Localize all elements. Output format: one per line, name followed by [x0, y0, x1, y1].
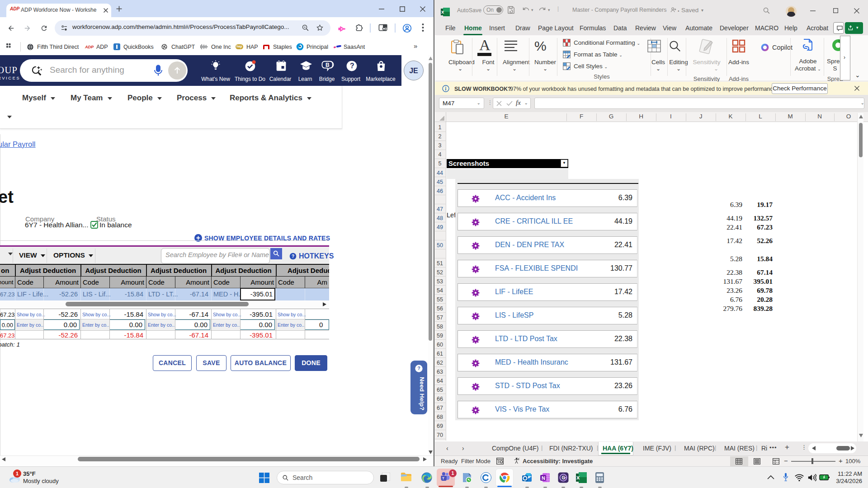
svg-text:B: B — [326, 62, 330, 68]
svg-text:T: T — [442, 476, 444, 480]
svg-text:?: ? — [292, 254, 294, 259]
svg-text:G: G — [562, 475, 566, 480]
svg-text:N: N — [542, 475, 545, 481]
svg-text:?: ? — [350, 62, 354, 70]
svg-text:?: ? — [417, 366, 420, 371]
